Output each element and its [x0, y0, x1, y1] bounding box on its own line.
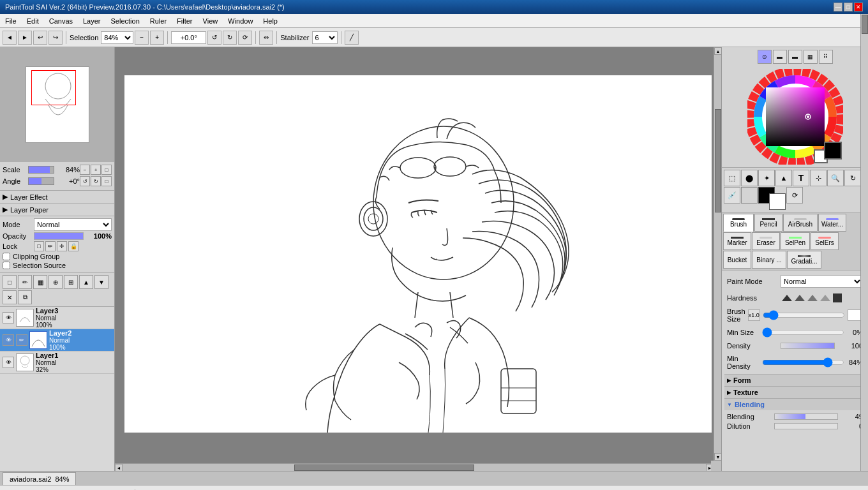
nav-back-btn[interactable]: ◄: [3, 31, 17, 45]
layer-down-btn[interactable]: ▼: [94, 275, 108, 289]
transform-icon[interactable]: ⊹: [810, 170, 827, 186]
rot-cw-btn[interactable]: ↻: [223, 31, 237, 45]
new-vector-layer-btn[interactable]: ✏: [18, 275, 32, 289]
zoom-plus-btn[interactable]: +: [150, 31, 164, 45]
paint-mode-select[interactable]: Normal Multiply Screen: [781, 275, 863, 288]
canvas-scrollbar-vertical[interactable]: ▲ ▼: [714, 47, 721, 461]
zoom-minus-btn[interactable]: −: [135, 31, 149, 45]
layer-effect-header[interactable]: ▶ Layer Effect: [0, 190, 114, 203]
lock-paint-btn[interactable]: ✏: [45, 241, 56, 251]
color-palette-btn[interactable]: ⠿: [819, 50, 833, 64]
foreground-color-swatch[interactable]: [824, 142, 842, 160]
pen-pressure-btn[interactable]: ╱: [345, 31, 359, 45]
menu-window[interactable]: Window: [223, 16, 258, 26]
scroll-h-thumb[interactable]: [294, 464, 474, 471]
layer3-visibility-btn[interactable]: 👁: [3, 312, 14, 323]
brush-size-multiplier-btn[interactable]: x1.0: [748, 309, 760, 321]
form-section-header[interactable]: ▶ Form: [724, 374, 865, 386]
layer-item-2[interactable]: 👁 ✏ Layer2 Normal 100%: [0, 329, 114, 352]
lock-move-btn[interactable]: ✛: [57, 241, 67, 251]
title-bar-controls[interactable]: — □ ✕: [834, 3, 863, 11]
new-folder-btn[interactable]: ▦: [33, 275, 47, 289]
right-panel-scrollbar[interactable]: [860, 47, 868, 471]
scale-decrease-btn[interactable]: −: [80, 165, 90, 175]
canvas-scrollbar-horizontal[interactable]: ◄ ►: [115, 463, 714, 471]
menu-edit[interactable]: Edit: [22, 16, 44, 26]
flip-btn[interactable]: ↪: [49, 31, 63, 45]
bucket-tab[interactable]: Bucket: [723, 251, 751, 269]
min-density-slider[interactable]: [762, 358, 844, 367]
lock-transparency-btn[interactable]: □: [34, 241, 44, 251]
zoom-select[interactable]: 84% 100% 50%: [101, 31, 133, 44]
close-btn[interactable]: ✕: [854, 3, 863, 11]
brush-tab[interactable]: Brush: [723, 214, 754, 232]
selection-source-check[interactable]: [3, 262, 10, 269]
blending-slider[interactable]: [774, 413, 838, 420]
scroll-h-left[interactable]: ◄: [115, 464, 123, 471]
opacity-slider[interactable]: [34, 232, 84, 240]
color-rgb-btn[interactable]: ▦: [804, 50, 818, 64]
angle-ccw-btn[interactable]: ↺: [80, 176, 90, 186]
menu-view[interactable]: View: [198, 16, 223, 26]
layer-item-3[interactable]: 👁 Layer3 Normal 100%: [0, 307, 114, 329]
new-raster-layer-btn[interactable]: □: [3, 275, 17, 289]
blending-section-header[interactable]: ▼ Blending: [724, 398, 865, 410]
bg-color-box[interactable]: [769, 193, 786, 210]
flip-h-btn[interactable]: ⇔: [259, 31, 273, 45]
rotate-tool-icon[interactable]: ↻: [844, 170, 861, 186]
clipping-group-check[interactable]: [3, 253, 10, 260]
min-size-slider[interactable]: [762, 328, 844, 337]
color-wheel-btn[interactable]: ⊙: [758, 50, 772, 64]
texture-section-header[interactable]: ▶ Texture: [724, 386, 865, 398]
maximize-btn[interactable]: □: [844, 3, 853, 11]
color-fill-icon[interactable]: ▲: [775, 170, 792, 186]
density-slider-bar[interactable]: [781, 343, 835, 349]
menu-file[interactable]: File: [0, 16, 22, 26]
water-tab[interactable]: Water...: [818, 214, 846, 232]
menu-selection[interactable]: Selection: [106, 16, 145, 26]
angle-cw-btn[interactable]: ↻: [91, 176, 101, 186]
selection-layer-btn[interactable]: ⊕: [49, 275, 63, 289]
selpen-tab[interactable]: SelPen: [781, 232, 810, 250]
rot-reset-btn[interactable]: ⟳: [238, 31, 252, 45]
menu-canvas[interactable]: Canvas: [44, 16, 78, 26]
dilution-slider[interactable]: [774, 423, 838, 429]
selection-tool-icon[interactable]: ⬚: [724, 170, 740, 186]
layer-item-1[interactable]: 👁 Layer1 Normal 32%: [0, 352, 114, 374]
rot-ccw-btn[interactable]: ↺: [207, 31, 221, 45]
gradation-tab[interactable]: Gradati...: [787, 251, 821, 269]
hardness-dots-svg[interactable]: [781, 293, 832, 302]
rotation-input[interactable]: [171, 31, 206, 44]
binary-tab[interactable]: Binary ...: [752, 251, 786, 269]
stabilizer-select[interactable]: 6 1 2 3 4 5 7: [312, 31, 338, 44]
angle-reset-btn[interactable]: □: [101, 176, 112, 186]
layer-up-btn[interactable]: ▲: [79, 275, 93, 289]
scale-increase-btn[interactable]: +: [91, 165, 101, 175]
layer-paper-header[interactable]: ▶ Layer Paper: [0, 203, 114, 216]
magic-wand-icon[interactable]: ✦: [758, 170, 775, 186]
brush-size-slider[interactable]: [763, 311, 845, 320]
rotate-reset-btn[interactable]: ↩: [33, 31, 47, 45]
mode-select[interactable]: Normal Multiply Screen: [34, 218, 112, 231]
scroll-v-up[interactable]: ▲: [714, 47, 721, 55]
copy-layer-btn[interactable]: ⧉: [18, 290, 32, 304]
text-tool-icon[interactable]: T: [793, 170, 809, 186]
selers-tab[interactable]: SelErs: [811, 232, 839, 250]
scale-reset-btn[interactable]: □: [101, 165, 112, 175]
layer1-visibility-btn[interactable]: 👁: [3, 357, 14, 368]
color-hsv-btn[interactable]: ▬: [773, 50, 787, 64]
minimize-btn[interactable]: —: [834, 3, 842, 11]
nav-forward-btn[interactable]: ►: [18, 31, 32, 45]
color-hsl-btn[interactable]: ▬: [788, 50, 802, 64]
extra-tool-icon[interactable]: ⟳: [786, 187, 803, 204]
menu-help[interactable]: Help: [258, 16, 283, 26]
menu-ruler[interactable]: Ruler: [145, 16, 172, 26]
lock-all-btn[interactable]: 🔒: [68, 241, 79, 251]
file-tab-aviadora[interactable]: aviadora.sai2 84%: [3, 472, 76, 485]
layer2-visibility-btn[interactable]: 👁: [3, 334, 14, 346]
merge-down-btn[interactable]: ⊞: [64, 275, 78, 289]
scroll-v-down[interactable]: ▼: [714, 453, 721, 461]
eyedropper-icon[interactable]: 💉: [724, 187, 740, 204]
scroll-v-thumb[interactable]: [715, 109, 721, 212]
airbrush-tab[interactable]: AirBrush: [783, 214, 818, 232]
